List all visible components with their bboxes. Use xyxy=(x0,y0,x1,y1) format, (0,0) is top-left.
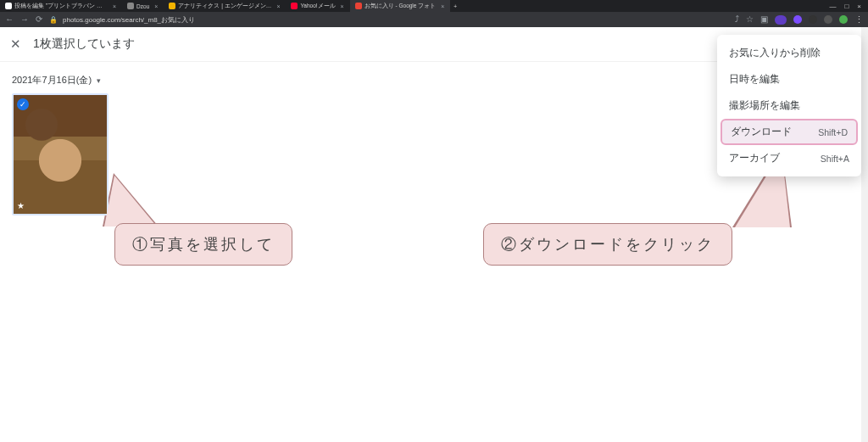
close-selection-button[interactable]: ✕ xyxy=(10,36,21,52)
reload-icon[interactable]: ⟳ xyxy=(36,15,42,24)
favorite-star-icon: ★ xyxy=(17,201,25,210)
profile-avatar[interactable] xyxy=(839,15,848,24)
menu-item-label: 撮影場所を編集 xyxy=(729,99,800,112)
menu-item-shortcut: Shift+D xyxy=(818,127,848,137)
favicon xyxy=(291,3,298,9)
menu-item-label: ダウンロード xyxy=(731,126,792,138)
toolbar-right: ⤴ ☆ ▣ ⋮ xyxy=(735,14,863,25)
cast-icon[interactable]: ▣ xyxy=(760,15,768,24)
browser-tab-3[interactable]: Yahoo!メール × xyxy=(286,0,349,12)
tab-close-icon[interactable]: × xyxy=(154,3,158,9)
close-window-icon[interactable]: × xyxy=(857,3,861,10)
favicon xyxy=(355,3,362,9)
callout-1-pointer xyxy=(104,176,157,227)
kebab-menu-icon[interactable]: ⋮ xyxy=(854,14,863,25)
menu-item-label: 日時を編集 xyxy=(729,73,780,86)
browser-toolbar: ← → ⟳ 🔒 photos.google.com/search/_m8_お気に… xyxy=(0,12,868,27)
extension-pill[interactable] xyxy=(775,15,787,25)
annotation-callout-1: ①写真を選択して xyxy=(114,223,292,266)
overflow-context-menu: お気に入りから削除 日時を編集 撮影場所を編集 ダウンロード Shift+D ア… xyxy=(717,35,861,176)
tab-label: Dzou xyxy=(136,3,149,9)
back-icon[interactable]: ← xyxy=(5,15,14,24)
menu-item-label: アーカイブ xyxy=(729,152,780,165)
star-icon[interactable]: ☆ xyxy=(746,15,754,24)
browser-tab-1[interactable]: Dzou × xyxy=(122,0,164,12)
share-icon[interactable]: ⤴ xyxy=(735,15,739,24)
selection-count-text: 1枚選択しています xyxy=(33,36,135,52)
new-tab-button[interactable]: + xyxy=(450,0,461,12)
tab-label: お気に入り - Google フォト xyxy=(364,3,437,10)
address-bar[interactable]: 🔒 photos.google.com/search/_m8_お気に入り xyxy=(49,15,728,25)
vertical-scrollbar[interactable] xyxy=(861,27,868,442)
forward-icon[interactable]: → xyxy=(20,15,29,24)
callout-1-text: ①写真を選択して xyxy=(132,236,275,253)
menu-item-edit-datetime[interactable]: 日時を編集 xyxy=(717,66,861,92)
photo-thumbnail-selected[interactable]: ✓ ★ xyxy=(12,93,108,215)
browser-tab-4-active[interactable]: お気に入り - Google フォト × xyxy=(350,0,451,12)
window-controls: — □ × xyxy=(822,0,868,12)
tab-close-icon[interactable]: × xyxy=(113,3,116,9)
browser-tab-strip: 投稿を編集 "プリントブラバン 基本 × Dzou × アナリティクス | エン… xyxy=(0,0,868,12)
maximize-icon[interactable]: □ xyxy=(844,3,849,10)
date-label: 2021年7月16日(金) xyxy=(12,74,92,87)
tab-label: 投稿を編集 "プリントブラバン 基本 xyxy=(14,3,108,10)
favicon xyxy=(127,3,134,9)
lock-icon: 🔒 xyxy=(49,16,58,24)
selected-check-icon[interactable]: ✓ xyxy=(17,98,29,110)
tab-close-icon[interactable]: × xyxy=(276,3,280,9)
tab-close-icon[interactable]: × xyxy=(341,3,344,9)
extension-icon[interactable] xyxy=(793,15,802,24)
tab-label: Yahoo!メール xyxy=(300,3,335,10)
extension-icon[interactable] xyxy=(824,15,832,24)
callout-2-text: ②ダウンロードをクリック xyxy=(501,236,715,253)
tab-close-icon[interactable]: × xyxy=(441,3,444,9)
chevron-down-icon: ▾ xyxy=(97,76,101,85)
annotation-callout-2: ②ダウンロードをクリック xyxy=(483,223,732,266)
menu-item-shortcut: Shift+A xyxy=(821,154,849,164)
url-text: photos.google.com/search/_m8_お気に入り xyxy=(63,15,195,25)
tab-label: アナリティクス | エンゲージメントの概要 xyxy=(178,3,271,10)
extension-icon[interactable] xyxy=(809,15,817,24)
menu-item-label: お気に入りから削除 xyxy=(729,47,821,59)
menu-item-download[interactable]: ダウンロード Shift+D xyxy=(721,119,858,145)
favicon xyxy=(5,3,12,9)
tab-list: 投稿を編集 "プリントブラバン 基本 × Dzou × アナリティクス | エン… xyxy=(0,0,822,12)
menu-item-archive[interactable]: アーカイブ Shift+A xyxy=(717,145,861,171)
browser-tab-2[interactable]: アナリティクス | エンゲージメントの概要 × xyxy=(164,0,286,12)
menu-item-remove-favorite[interactable]: お気に入りから削除 xyxy=(717,40,861,66)
photo-image xyxy=(14,95,107,214)
minimize-icon[interactable]: — xyxy=(829,3,836,10)
favicon xyxy=(169,3,175,9)
browser-tab-0[interactable]: 投稿を編集 "プリントブラバン 基本 × xyxy=(0,0,122,12)
menu-item-edit-location[interactable]: 撮影場所を編集 xyxy=(717,92,861,119)
